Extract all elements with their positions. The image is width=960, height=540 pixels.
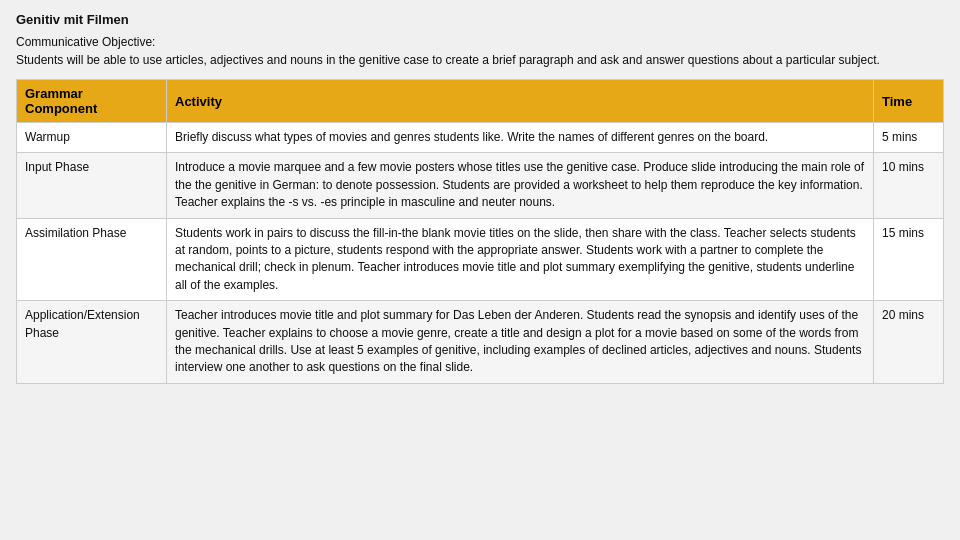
table-row: Application/Extension PhaseTeacher intro… bbox=[17, 301, 944, 384]
cell-activity: Students work in pairs to discuss the fi… bbox=[167, 218, 874, 301]
header-component: Grammar Component bbox=[17, 80, 167, 123]
header-activity: Activity bbox=[167, 80, 874, 123]
cell-component: Input Phase bbox=[17, 153, 167, 218]
page-title: Genitiv mit Filmen bbox=[16, 12, 944, 27]
cell-component: Warmup bbox=[17, 123, 167, 153]
lesson-table: Grammar Component Activity Time WarmupBr… bbox=[16, 79, 944, 384]
header-time: Time bbox=[874, 80, 944, 123]
cell-activity: Briefly discuss what types of movies and… bbox=[167, 123, 874, 153]
objective-block: Communicative Objective: Students will b… bbox=[16, 33, 944, 69]
cell-component: Application/Extension Phase bbox=[17, 301, 167, 384]
objective-label: Communicative Objective: bbox=[16, 35, 155, 49]
cell-activity: Introduce a movie marquee and a few movi… bbox=[167, 153, 874, 218]
table-row: Assimilation PhaseStudents work in pairs… bbox=[17, 218, 944, 301]
cell-component: Assimilation Phase bbox=[17, 218, 167, 301]
cell-time: 10 mins bbox=[874, 153, 944, 218]
table-row: Input PhaseIntroduce a movie marquee and… bbox=[17, 153, 944, 218]
table-row: WarmupBriefly discuss what types of movi… bbox=[17, 123, 944, 153]
cell-time: 5 mins bbox=[874, 123, 944, 153]
cell-time: 15 mins bbox=[874, 218, 944, 301]
table-header-row: Grammar Component Activity Time bbox=[17, 80, 944, 123]
objective-text: Students will be able to use articles, a… bbox=[16, 53, 880, 67]
cell-time: 20 mins bbox=[874, 301, 944, 384]
cell-activity: Teacher introduces movie title and plot … bbox=[167, 301, 874, 384]
